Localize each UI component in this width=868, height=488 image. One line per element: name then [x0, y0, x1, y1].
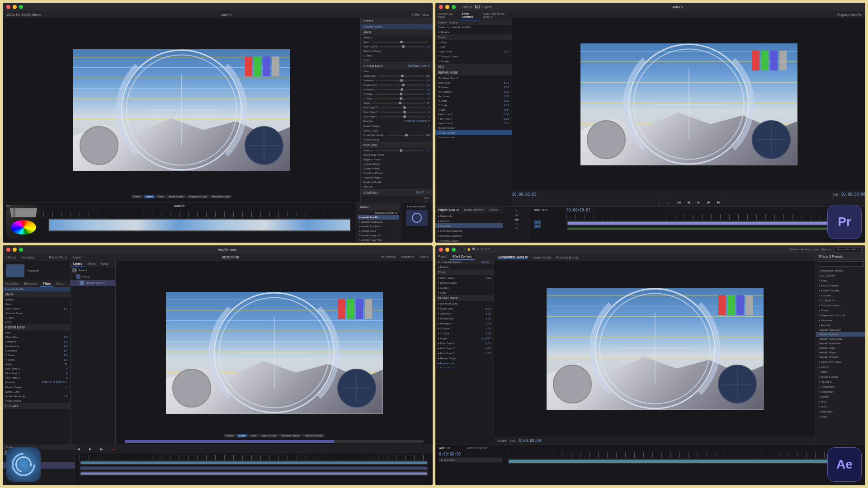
param-row[interactable]: HUD — [361, 58, 433, 62]
import-button[interactable]: Import — [72, 256, 81, 259]
mini-timeline[interactable] — [125, 440, 424, 443]
minimize-icon[interactable] — [445, 248, 449, 252]
param-row[interactable]: Angle0.0° — [435, 108, 512, 112]
ripple-edit-icon[interactable]: ◀▶ — [514, 218, 519, 221]
param-row[interactable]: Set Mask Size ⊙ — [435, 75, 512, 80]
workspace-import[interactable]: Import — [463, 5, 472, 9]
param-row[interactable]: ☑ Enable — [435, 29, 512, 34]
minimize-icon[interactable] — [445, 5, 449, 9]
param-row[interactable]: Fine Tune Z0.00 — [435, 121, 512, 126]
param-row[interactable]: X Scale1.00 — [435, 99, 512, 103]
param-row[interactable]: ○ Full — [435, 45, 512, 49]
ae-timeline[interactable]: AutoFix Render Queue 0:00:00:00 ●Mountai… — [435, 445, 865, 485]
play-icon[interactable]: ▶ — [87, 446, 93, 452]
close-icon[interactable] — [439, 5, 443, 9]
param-row[interactable]: Fine Tune Z0 — [361, 114, 433, 119]
param-row[interactable]: Enable — [361, 35, 433, 40]
tab-inspector[interactable]: Inspector — [21, 256, 34, 259]
effect-item[interactable]: Hawaiki Keyer 4.0 — [358, 233, 399, 238]
preset-item[interactable]: ▸ BorisFX Mocha — [816, 288, 865, 293]
close-icon[interactable] — [6, 248, 10, 252]
view-mode[interactable]: 770% · View — [411, 13, 429, 16]
preset-item[interactable]: ▸ Transition — [816, 409, 865, 414]
minimize-icon[interactable] — [13, 248, 17, 252]
timecode-in[interactable]: 00:00:00:01 — [512, 192, 536, 197]
preset-item[interactable]: ▸ Expression Controls — [816, 313, 865, 318]
ae-layer-bar[interactable] — [509, 460, 860, 463]
param-row[interactable]: Mask Guide — [361, 128, 433, 133]
preset-item[interactable]: ▸ Audio — [816, 278, 865, 283]
preset-item[interactable]: ▸ Distort — [816, 308, 865, 313]
param-row[interactable]: Repair Target✓ — [361, 123, 433, 128]
param-row[interactable]: Repair Target — [435, 126, 512, 130]
timecode-duration[interactable]: 00:00:00:00 — [841, 192, 865, 197]
effect-item[interactable]: Hawaiki Super Glow — [358, 242, 399, 243]
track-select-icon[interactable]: ⊞ — [515, 213, 518, 217]
param-row[interactable]: Darker Pixels — [361, 166, 433, 171]
preset-item[interactable]: Hawaiki Keyer — [816, 350, 865, 355]
osc-effect-button[interactable]: Effect — [131, 195, 142, 198]
close-icon[interactable] — [6, 5, 10, 9]
step-back-icon[interactable]: ◀| — [686, 199, 692, 206]
close-icon[interactable] — [439, 248, 443, 252]
param-row[interactable]: ☑ Auto-anchor — [435, 130, 512, 135]
param-row[interactable]: Mask Size8.0 — [361, 74, 433, 78]
preset-item[interactable]: ▸ Noise & Grain — [816, 374, 865, 379]
pen-icon[interactable]: ✎ — [515, 227, 518, 230]
param-row[interactable]: ☑ Mask Guide — [435, 135, 512, 138]
preset-item[interactable]: ▸ Channel — [816, 293, 865, 298]
workspace-export[interactable]: Export — [482, 5, 491, 9]
param-row[interactable]: Roundness1.00 — [435, 89, 512, 94]
param-row[interactable]: ☐ Smooth Zoom — [435, 54, 512, 59]
project-pane-button[interactable]: Project Pane — [49, 256, 67, 259]
param-row[interactable]: Roundness1.0 — [361, 83, 433, 87]
param-row[interactable]: Softness1.0 — [361, 78, 433, 83]
preset-item[interactable]: ▸ Perspective — [816, 384, 865, 389]
ae-effect-controls[interactable]: ProjectEffect Controls fx · Hawaiki Auto… — [435, 253, 494, 445]
comp-tab[interactable]: Composition: AutoFix — [498, 255, 528, 259]
step-forward-icon[interactable]: |▶ — [706, 199, 712, 206]
preset-item[interactable]: ▸ Obsolete — [816, 379, 865, 384]
param-row[interactable]: Hardness1.00 — [435, 94, 512, 99]
param-row[interactable]: Position9.647.01 X 8.95.65 Y — [361, 119, 433, 123]
param-row[interactable]: X Scale1.0 — [361, 92, 433, 96]
param-row[interactable]: Hardness1.0 — [361, 87, 433, 92]
param-row[interactable]: Guide Sensitivity0.9 — [361, 133, 433, 137]
record-icon[interactable]: ● — [110, 446, 117, 452]
param-row[interactable]: Smooth Zoom — [361, 49, 433, 53]
timeline-ruler[interactable] — [7, 211, 351, 217]
preset-item[interactable]: ▸ Simulation — [816, 389, 865, 394]
param-row[interactable]: Hawaiki Magic — [361, 175, 433, 180]
param-row[interactable]: Angle0° — [361, 101, 433, 105]
pr-effect-controls[interactable]: Source: (no clips) Effect Controls Audio… — [435, 11, 512, 206]
param-row[interactable]: Replace Guide — [361, 180, 433, 184]
workspace-edit[interactable]: Edit — [475, 5, 480, 9]
maximize-icon[interactable] — [19, 5, 23, 9]
video-clip[interactable] — [567, 221, 860, 225]
fcp-timeline[interactable]: Index AutoFix — [3, 202, 356, 243]
effect-item[interactable]: Hawaiki AutoGrade — [358, 220, 399, 224]
osc-replace-button[interactable]: Replace Guide — [186, 195, 209, 198]
param-row[interactable]: Fine Tune Y0.00 — [435, 117, 512, 121]
pr-program-monitor[interactable] — [512, 18, 865, 190]
param-row[interactable]: Y Scale1.00 — [435, 103, 512, 108]
param-row[interactable]: Fine Tune X0.00 — [435, 112, 512, 117]
pr-project-panel[interactable]: Project: AutoFixMedia BrowserEffects ▸ S… — [435, 207, 503, 243]
param-row[interactable]: Softness1.00 — [435, 85, 512, 89]
go-end-icon[interactable]: ▶| — [99, 446, 105, 452]
maximize-icon[interactable] — [452, 248, 456, 252]
effect-thumbnail[interactable] — [406, 210, 428, 226]
preset-item[interactable]: ▸ 3D Channel — [816, 273, 865, 278]
preset-item[interactable]: ▸ CINEMA 4D — [816, 298, 865, 303]
maximize-icon[interactable] — [452, 5, 456, 9]
tab-library[interactable]: Library — [6, 256, 16, 259]
timecode[interactable]: 00:00:00:00 — [222, 256, 239, 259]
preset-search[interactable] — [818, 261, 863, 267]
preset-item[interactable]: Hawaiki AutoColor — [816, 328, 865, 332]
mark-out-icon[interactable]: } — [666, 199, 672, 206]
preset-item[interactable]: ▸ Immersive Video — [816, 359, 865, 364]
ae-comp-viewer[interactable] — [494, 261, 816, 436]
zoom-level[interactable]: Full — [833, 193, 838, 196]
param-row[interactable]: 1.0 × — [361, 196, 433, 200]
param-row[interactable]: Size — [361, 69, 433, 74]
